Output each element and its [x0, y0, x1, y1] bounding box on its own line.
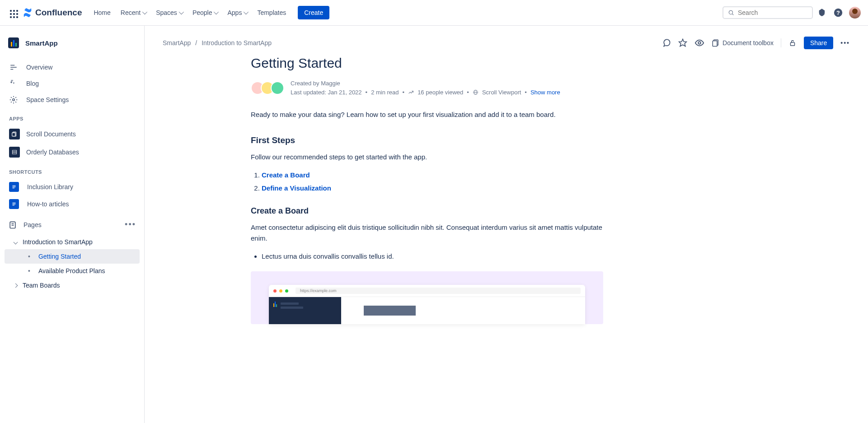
pages-label: Pages — [23, 221, 42, 228]
more-actions-icon[interactable]: ••• — [840, 39, 850, 46]
tree-getting-started[interactable]: • Getting Started — [5, 249, 140, 264]
viewed-count: 16 people viewed — [418, 88, 463, 97]
breadcrumb-smartapp[interactable]: SmartApp — [163, 39, 191, 46]
search-box[interactable] — [723, 6, 813, 19]
avatar-3[interactable] — [271, 81, 284, 95]
scroll-viewport[interactable]: Scroll Viewport — [482, 88, 521, 97]
breadcrumb-intro[interactable]: Introduction to SmartApp — [202, 39, 272, 46]
search-icon — [728, 9, 734, 16]
apps-section-label: APPS — [5, 108, 140, 125]
gear-icon — [9, 95, 18, 104]
svg-rect-26 — [713, 41, 717, 46]
nav-templates[interactable]: Templates — [253, 5, 291, 20]
tree-intro[interactable]: Introduction to SmartApp — [5, 235, 140, 249]
restrictions-icon[interactable] — [788, 39, 797, 47]
search-input[interactable] — [738, 9, 807, 16]
step-define-viz[interactable]: Define a Visualization — [262, 184, 331, 192]
watch-icon[interactable] — [694, 38, 704, 48]
nav-recent[interactable]: Recent — [116, 5, 150, 20]
confluence-logo[interactable]: Confluence — [23, 8, 82, 18]
sidebar-inclusion-library[interactable]: Inclusion Library — [5, 178, 140, 195]
svg-line-1 — [732, 14, 733, 15]
max-dot-icon — [285, 289, 288, 293]
svg-text:”: ” — [11, 79, 13, 86]
nav-spaces[interactable]: Spaces — [151, 5, 187, 20]
bullet-list: Lectus urna duis convallis convallis tel… — [251, 250, 603, 262]
page-tree: Introduction to SmartApp • Getting Start… — [5, 235, 140, 293]
steps-list: Create a Board Define a Visualization — [251, 169, 603, 195]
browser-url: https://example.com — [296, 288, 581, 294]
svg-rect-27 — [790, 42, 794, 46]
read-time: 2 min read — [371, 88, 399, 97]
figure-container: https://example.com — [251, 271, 603, 324]
svg-rect-10 — [12, 133, 15, 136]
create-button[interactable]: Create — [298, 6, 329, 19]
page-title: Getting Started — [251, 56, 603, 71]
help-icon[interactable]: ? — [831, 5, 845, 20]
page-icon — [9, 199, 19, 209]
comment-icon[interactable] — [662, 38, 671, 47]
sidebar-space-settings[interactable]: Space Settings — [5, 92, 140, 108]
svg-point-24 — [698, 42, 701, 44]
top-navigation: Confluence Home Recent Spaces People App… — [0, 0, 868, 26]
pages-icon — [8, 220, 17, 229]
expand-icon[interactable] — [11, 284, 20, 287]
intro-paragraph: Ready to make your data sing? Learn how … — [251, 109, 603, 120]
notifications-icon[interactable] — [815, 5, 829, 20]
sidebar-blog[interactable]: ” Blog — [5, 75, 140, 92]
first-steps-para: Follow our recommended steps to get star… — [251, 152, 603, 163]
orderly-databases-icon — [9, 147, 20, 158]
breadcrumb-separator: / — [195, 39, 197, 46]
shortcuts-section-label: SHORTCUTS — [5, 161, 140, 178]
sidebar: SmartApp Overview ” Blog Space Settings … — [0, 26, 145, 423]
pages-header[interactable]: Pages ••• — [5, 217, 140, 232]
space-name: SmartApp — [25, 39, 58, 47]
svg-point-8 — [13, 99, 15, 101]
chevron-down-icon — [142, 9, 147, 14]
contributor-avatars[interactable] — [251, 81, 284, 95]
create-board-para: Amet consectetur adipiscing elit duis tr… — [251, 222, 603, 244]
tree-team-boards[interactable]: Team Boards — [5, 278, 140, 293]
step-create-board[interactable]: Create a Board — [262, 171, 310, 179]
chevron-down-icon — [179, 9, 184, 14]
first-steps-heading: First Steps — [251, 135, 603, 145]
svg-text:?: ? — [836, 9, 840, 16]
created-by: Created by Maggie — [291, 79, 560, 88]
sidebar-howto-articles[interactable]: How-to articles — [5, 195, 140, 213]
mockup-bar — [281, 302, 299, 305]
sidebar-overview[interactable]: Overview — [5, 59, 140, 75]
overview-icon — [9, 63, 18, 72]
svg-rect-11 — [12, 150, 16, 154]
nav-home[interactable]: Home — [89, 5, 115, 20]
app-switcher-icon[interactable] — [7, 7, 18, 18]
nav-people[interactable]: People — [188, 5, 222, 20]
mockup-logo-icon — [273, 302, 277, 307]
main-content: SmartApp / Introduction to SmartApp Docu… — [145, 26, 868, 423]
sidebar-orderly-databases[interactable]: Orderly Databases — [5, 143, 140, 161]
nav-apps[interactable]: Apps — [223, 5, 252, 20]
star-icon[interactable] — [678, 38, 687, 47]
globe-icon — [473, 89, 479, 95]
space-header[interactable]: SmartApp — [5, 35, 140, 51]
create-board-heading: Create a Board — [251, 206, 603, 216]
byline: Created by Maggie Last updated: Jan 21, … — [251, 79, 603, 97]
tree-product-plans[interactable]: • Available Product Plans — [5, 264, 140, 278]
collapse-icon[interactable] — [11, 241, 20, 244]
document-toolbox[interactable]: Document toolbox — [712, 39, 774, 47]
share-button[interactable]: Share — [804, 37, 833, 49]
bullet-1: Lectus urna duis convallis convallis tel… — [262, 250, 603, 262]
show-more-link[interactable]: Show more — [530, 88, 560, 97]
sidebar-scroll-documents[interactable]: Scroll Documents — [5, 125, 140, 143]
bullet-icon: • — [23, 267, 36, 274]
chevron-down-icon — [244, 9, 249, 14]
last-updated: Last updated: Jan 21, 2022 — [291, 88, 362, 97]
more-icon[interactable]: ••• — [125, 220, 136, 229]
bullet-icon: • — [23, 253, 36, 260]
nav-items: Home Recent Spaces People Apps Templates — [89, 5, 291, 20]
chevron-down-icon — [214, 9, 219, 14]
page-actions: Document toolbox Share ••• — [662, 37, 850, 49]
blog-icon: ” — [9, 79, 18, 88]
svg-point-0 — [729, 10, 732, 14]
logo-text: Confluence — [35, 8, 82, 18]
user-avatar[interactable] — [849, 7, 861, 19]
